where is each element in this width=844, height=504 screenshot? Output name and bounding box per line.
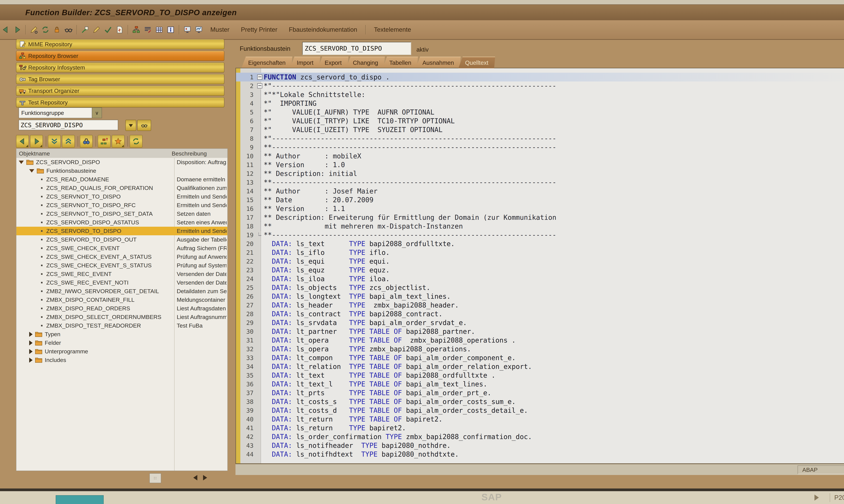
sidebar-item-test-repository[interactable]: Test Repository [16,97,224,107]
code-line[interactable]: 24 DATA: ls_iloa TYPE iloa. [236,274,844,283]
hierarchy-icon[interactable] [131,25,141,35]
tree-scroll-right-icon[interactable] [203,475,207,480]
tab-export[interactable]: Export [318,57,348,68]
fold-marker[interactable] [256,83,264,88]
tree-row-includes[interactable]: Includes [16,356,227,364]
code-line[interactable]: 10** Author : mobileX [236,151,844,160]
display-change-icon[interactable] [29,25,39,35]
code-line[interactable]: 38 DATA: lt_costs_s TYPE TABLE OF bapi_a… [236,397,844,406]
page-up-mini-icon[interactable] [62,135,75,148]
activate-icon[interactable] [115,25,125,35]
object-list-icon[interactable] [143,25,153,35]
code-line[interactable]: 33 DATA: lt_compon TYPE TABLE OF bapi_al… [236,353,844,362]
forward-mini-icon[interactable] [30,135,43,148]
lock-icon[interactable] [52,25,62,35]
code-line[interactable]: 20 DATA: ls_text TYPE bapi2088_ordfulltx… [236,239,844,248]
textelemente-button[interactable]: Textelemente [374,26,411,33]
code-line[interactable]: 30 DATA: lt_partner TYPE TABLE OF bapi20… [236,327,844,336]
check-icon[interactable] [103,25,113,35]
tree-row-zcs-read-domaene[interactable]: ZCS_READ_DOMAENEDomaene ermitteln ( [16,175,227,184]
tree-row-zcs-servnot-to-dispo-set-data[interactable]: ZCS_SERVNOT_TO_DISPO_SET_DATASetzen date… [16,210,227,218]
tab-eigenschaften[interactable]: Eigenschaften [241,57,292,68]
page-down-mini-icon[interactable] [48,135,61,148]
tree-column-beschreibung[interactable]: Beschreibung [172,150,207,157]
code-line[interactable]: 40 DATA: lt_return TYPE TABLE OF bapiret… [236,415,844,424]
code-line[interactable]: 35 DATA: lt_text TYPE TABLE OF bapi2088_… [236,371,844,380]
back-icon[interactable] [1,25,11,35]
where-used-icon[interactable] [80,25,90,35]
code-line[interactable]: 12** Description: initial [236,169,844,178]
tree-row-zcs-servord-dispo-astatus[interactable]: ZCS_SERVORD_DISPO_ASTATUSSetzen eines An… [16,218,227,227]
refresh-mini-icon[interactable] [130,135,142,148]
tree-row-zcs-swe-check-event-s-status[interactable]: ZCS_SWE_CHECK_EVENT_S_STATUSPrüfung auf … [16,261,227,270]
object-type-dropdown-icon[interactable]: ∨ [92,107,102,118]
code-line[interactable]: 14** Author : Josef Maier [236,187,844,196]
object-name-input[interactable]: ZCS_SERVORD_DISPO [19,120,118,130]
forward-icon[interactable] [12,25,22,35]
code-line[interactable]: 39 DATA: lt_costs_d TYPE TABLE OF bapi_a… [236,406,844,415]
tab-changing[interactable]: Changing [346,57,385,68]
tree-row-zcs-servnot-to-dispo-rfc[interactable]: ZCS_SERVNOT_TO_DISPO_RFCErmitteln und Se… [16,201,227,210]
edit-icon[interactable] [91,25,102,35]
code-line[interactable]: 26 DATA: ls_longtext TYPE bapi_alm_text_… [236,292,844,301]
sidebar-item-mime-repository[interactable]: MIME Repository [16,39,224,49]
collapse-icon[interactable] [19,161,24,164]
code-line[interactable]: 41 DATA: ls_return TYPE bapiret2. [236,424,844,432]
code-line[interactable]: 18** mit mehreren mx-Dispatch-Instanzen [236,222,844,231]
tree-row-zcs-servord-to-dispo-out[interactable]: ZCS_SERVORD_TO_DISPO_OUTAusgabe der Tabe… [16,235,227,244]
code-line[interactable]: 29 DATA: ls_srvdata TYPE bapi_alm_order_… [236,318,844,327]
expand-icon[interactable] [29,332,33,337]
code-line[interactable]: 9**-------------------------------------… [236,143,844,151]
tree-row-funktionsbausteine[interactable]: Funktionsbausteine [16,166,227,175]
sidebar-item-transport-organizer[interactable]: Transport Organizer [16,86,224,96]
code-line[interactable]: 44 DATA: ls_notifhdtext TYPE bapi2080_no… [236,450,844,458]
code-line[interactable]: 16** Version : 1.1 [236,204,844,213]
display-object-button[interactable] [137,120,151,131]
hierarchy-up-mini-icon[interactable] [98,135,110,148]
tree-row-typen[interactable]: Typen [16,330,227,339]
expand-icon[interactable] [29,349,33,354]
tree-row-unterprogramme[interactable]: Unterprogramme [16,347,227,356]
tree-row-zcs-servord-to-dispo[interactable]: ZCS_SERVORD_TO_DISPOErmitteln und Sende [16,227,227,235]
tree-row-zmb2-iwwo-servorder-get-detail[interactable]: ZMB2_IWWO_SERVORDER_GET_DETAILDetaildate… [16,287,227,295]
tree-row-zcs-read-qualis-for-operation[interactable]: ZCS_READ_QUALIS_FOR_OPERATIONQualifikati… [16,184,227,192]
tree-row-zcs-swe-rec-event-noti[interactable]: ZCS_SWE_REC_EVENT_NOTIVersenden der Date… [16,278,227,287]
code-line[interactable]: 3*"*"Lokale Schnittstelle: [236,90,844,99]
tab-ausnahmen[interactable]: Ausnahmen [416,57,461,68]
code-line[interactable]: 4*" IMPORTING [236,99,844,108]
code-line[interactable]: 32 DATA: ls_opera TYPE zmbx_bapi2088_ope… [236,345,844,353]
code-line[interactable]: 13**------------------------------------… [236,178,844,187]
code-line[interactable]: 15** Date : 20.07.2009 [236,196,844,204]
code-line[interactable]: 11** Version : 1.0 [236,160,844,169]
code-line[interactable]: 37 DATA: lt_prts TYPE TABLE OF bapi_alm_… [236,389,844,397]
back-mini-icon[interactable] [16,135,29,148]
find-mini-icon[interactable] [80,135,93,148]
tree-row-zcs-servnot-to-dispo[interactable]: ZCS_SERVNOT_TO_DISPOErmitteln und Sende [16,192,227,201]
fbausteindokumentation-button[interactable]: Fbausteindokumentation [289,26,357,33]
tree-row-zmbx-dispo-test-readorder[interactable]: ZMBX_DISPO_TEST_READORDERTest FuBa [16,321,227,330]
pretty-printer-button[interactable]: Pretty Printer [241,26,277,33]
code-line[interactable]: 28 DATA: ls_contract TYPE bapi2088_contr… [236,309,844,318]
code-line[interactable]: 21 DATA: ls_iflo TYPE iflo. [236,248,844,257]
system-indicator[interactable]: P20 (1) 030 [834,494,844,501]
tree-row-zcs-swe-check-event[interactable]: ZCS_SWE_CHECK_EVENTAuftrag Sichern (FRE [16,244,227,252]
expand-icon[interactable] [29,340,33,345]
fold-marker[interactable] [256,75,264,79]
code-line[interactable]: 36 DATA: lt_text_l TYPE TABLE OF bapi_al… [236,380,844,389]
tree-row-zcs-swe-rec-event[interactable]: ZCS_SWE_REC_EVENTVersenden der Dater [16,270,227,278]
table-icon[interactable] [154,25,164,35]
tree-column-objektname[interactable]: Objektname [19,150,172,157]
tree-row-felder[interactable]: Felder [16,339,227,347]
tree-row-zmbx-dispo-container-fill[interactable]: ZMBX_DISPO_CONTAINER_FILLMeldungscontain… [16,295,227,304]
tree-row-zmbx-dispo-read-orders[interactable]: ZMBX_DISPO_READ_ORDERSLiest Auftragsdate… [16,304,227,313]
info-icon[interactable] [165,25,176,35]
code-line[interactable]: 19**------------------------------------… [236,231,844,239]
code-line[interactable]: 27 DATA: ls_header TYPE zmbx_bapi2088_he… [236,301,844,309]
code-line[interactable]: 43 DATA: ls_notifheader TYPE bapi2080_no… [236,441,844,450]
sidebar-item-tag-browser[interactable]: Tag Browser [16,74,224,84]
tab-tabellen[interactable]: Tabellen [383,57,418,68]
code-line[interactable]: 2*"-------------------------------------… [236,82,844,90]
code-line[interactable]: 7*" VALUE(I_UZEIT) TYPE SYUZEIT OPTIONAL [236,125,844,134]
expand-icon[interactable] [29,358,33,363]
tab-import[interactable]: Import [290,57,320,68]
